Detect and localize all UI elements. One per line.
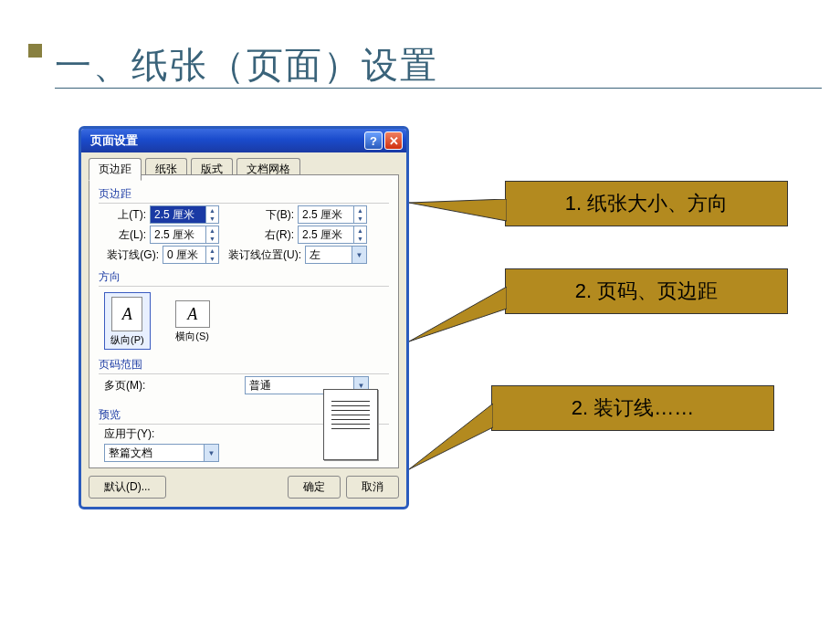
dropdown-arrow-icon[interactable]: ▼ — [352, 247, 366, 263]
dialog-titlebar[interactable]: 页面设置 ? ✕ — [81, 129, 406, 152]
ok-button[interactable]: 确定 — [288, 476, 341, 499]
callout-2-tail — [409, 287, 507, 351]
dropdown-arrow-icon[interactable]: ▼ — [204, 445, 218, 461]
help-button[interactable]: ? — [364, 131, 383, 150]
spinner-arrows-icon[interactable]: ▲▼ — [205, 226, 218, 243]
preview-page-icon — [323, 389, 378, 460]
spinner-arrows-icon[interactable]: ▲▼ — [205, 206, 218, 223]
callout-1-text: 1. 纸张大小、方向 — [565, 190, 728, 217]
orientation-landscape[interactable]: A 横向(S) — [169, 296, 216, 346]
spinner-arrows-icon[interactable]: ▲▼ — [205, 247, 218, 263]
combo-applyto[interactable]: 整篇文档 ▼ — [104, 444, 219, 462]
spinner-arrows-icon[interactable]: ▲▼ — [353, 206, 366, 223]
label-gutter: 装订线(G): — [99, 247, 159, 263]
label-multipage: 多页(M): — [99, 378, 153, 394]
svg-marker-0 — [409, 199, 507, 221]
label-bottom: 下(B): — [247, 207, 294, 223]
combo-gutter-pos[interactable]: 左 ▼ — [305, 246, 367, 264]
input-bottom[interactable]: 2.5 厘米 ▲▼ — [298, 205, 367, 224]
dialog-button-bar: 默认(D)... 确定 取消 — [89, 474, 399, 499]
tab-margins[interactable]: 页边距 — [89, 158, 142, 181]
value-right: 2.5 厘米 — [299, 226, 353, 243]
value-gutter-pos: 左 — [306, 247, 352, 263]
callout-1: 1. 纸张大小、方向 — [505, 181, 788, 226]
tab-panel-margins: 页边距 上(T): 2.5 厘米 ▲▼ 下(B): 2.5 厘米 ▲▼ 左(L)… — [89, 174, 399, 468]
label-top: 上(T): — [99, 207, 146, 223]
input-gutter[interactable]: 0 厘米 ▲▼ — [163, 246, 219, 264]
landscape-icon: A — [175, 300, 210, 328]
orientation-landscape-label: 横向(S) — [175, 330, 209, 343]
group-margins: 页边距 — [99, 186, 389, 204]
portrait-icon: A — [111, 297, 142, 331]
value-top: 2.5 厘米 — [151, 206, 205, 223]
group-pages: 页码范围 — [99, 357, 389, 374]
callout-3-text: 2. 装订线…… — [572, 394, 694, 422]
svg-marker-1 — [409, 287, 507, 341]
input-right[interactable]: 2.5 厘米 ▲▼ — [298, 226, 367, 244]
orientation-portrait[interactable]: A 纵向(P) — [104, 292, 151, 350]
callout-1-tail — [409, 199, 507, 236]
value-left: 2.5 厘米 — [151, 226, 205, 243]
svg-marker-2 — [409, 404, 493, 469]
callout-2-text: 2. 页码、页边距 — [575, 278, 718, 305]
orientation-portrait-label: 纵向(P) — [110, 333, 144, 347]
value-gutter: 0 厘米 — [163, 247, 205, 263]
cancel-button[interactable]: 取消 — [346, 476, 399, 499]
spinner-arrows-icon[interactable]: ▲▼ — [353, 226, 366, 243]
input-left[interactable]: 2.5 厘米 ▲▼ — [150, 226, 219, 244]
slide-marker — [28, 44, 42, 58]
input-top[interactable]: 2.5 厘米 ▲▼ — [150, 205, 219, 224]
callout-2: 2. 页码、页边距 — [505, 268, 788, 314]
value-bottom: 2.5 厘米 — [299, 206, 353, 223]
callout-3-tail — [409, 404, 493, 477]
value-applyto: 整篇文档 — [105, 445, 204, 461]
slide-title: 一、纸张（页面）设置 — [55, 40, 438, 90]
callout-3: 2. 装订线…… — [491, 385, 774, 431]
group-orientation: 方向 — [99, 269, 389, 287]
label-applyto: 应用于(Y): — [99, 426, 172, 442]
label-right: 右(R): — [247, 227, 294, 243]
page-setup-dialog: 页面设置 ? ✕ 页边距 纸张 版式 文档网格 页边距 上(T): 2.5 厘米… — [79, 126, 409, 509]
label-gutter-pos: 装订线位置(U): — [228, 247, 301, 263]
title-underline — [55, 88, 822, 89]
default-button[interactable]: 默认(D)... — [89, 476, 166, 499]
dialog-title: 页面设置 — [90, 132, 362, 149]
label-left: 左(L): — [99, 227, 146, 243]
close-button[interactable]: ✕ — [384, 131, 403, 150]
